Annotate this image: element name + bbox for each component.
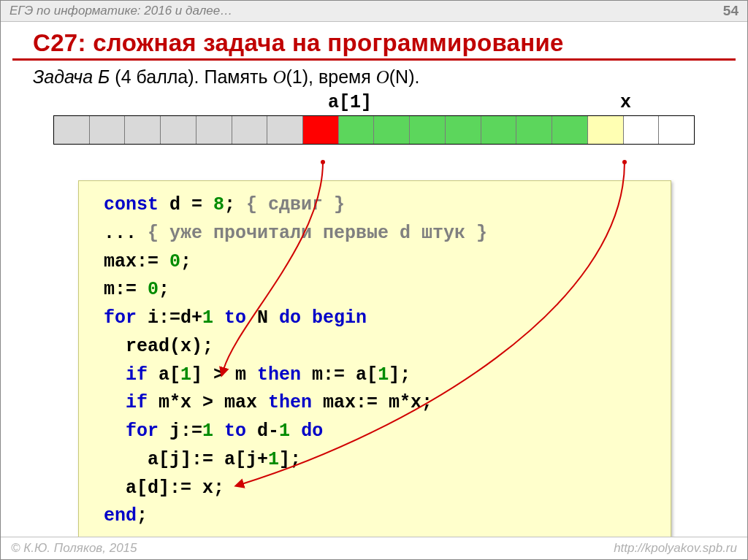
- code-text: ;: [159, 279, 169, 300]
- code-text: [213, 421, 224, 442]
- code-text: m*x > max: [148, 392, 268, 413]
- big-o-1: O: [272, 67, 286, 87]
- array-cell: [161, 116, 196, 144]
- footer-url: http://kpolyakov.spb.ru: [614, 541, 737, 556]
- kw-for: for: [104, 307, 137, 329]
- comment: { уже прочитали первые d штук }: [148, 223, 487, 244]
- code-text: ...: [104, 223, 148, 244]
- label-x: x: [620, 92, 631, 113]
- code-text: ;: [180, 251, 191, 272]
- kw-dobegin: do begin: [279, 307, 367, 329]
- array-labels: a[1] x: [1, 92, 747, 115]
- label-a1: a[1]: [328, 92, 372, 113]
- array-cell: [339, 116, 375, 144]
- num: 1: [279, 421, 290, 442]
- code-text: ];: [279, 449, 301, 470]
- kw-if: if: [126, 392, 148, 413]
- array-cell: [303, 116, 339, 144]
- code-text: a[d]:= x;: [104, 477, 224, 499]
- code-text: d-: [246, 421, 279, 442]
- array-cell: [624, 116, 660, 144]
- big-o-n-arg: (N): [389, 66, 415, 87]
- page-number: 54: [723, 3, 739, 19]
- code-text: read(x);: [104, 336, 213, 357]
- code-text: max:= m*x;: [312, 392, 432, 413]
- header-bar: ЕГЭ по информатике: 2016 и далее… 54: [1, 1, 747, 22]
- code-box: const d = 8; { сдвиг } ... { уже прочита…: [78, 180, 671, 542]
- code-text: ;: [224, 194, 246, 215]
- array-cell: [588, 116, 624, 144]
- breadcrumb: ЕГЭ по информатике: 2016 и далее…: [9, 4, 232, 18]
- kw-for: for: [126, 421, 159, 442]
- subtitle-points: (4 балла). Память: [110, 66, 272, 87]
- array-cell: [267, 116, 303, 144]
- array-cell: [90, 116, 126, 144]
- num: 1: [202, 421, 213, 442]
- subtitle: Задача Б (4 балла). Память O(1), время O…: [1, 61, 747, 92]
- kw-then: then: [268, 392, 312, 413]
- code-text: a[: [148, 364, 180, 386]
- code-text: m:= a[: [301, 364, 378, 386]
- num: 8: [213, 194, 224, 215]
- kw-to: to: [224, 307, 246, 329]
- num: 0: [148, 279, 159, 300]
- comment: { сдвиг }: [246, 194, 345, 215]
- big-o-n: O: [376, 67, 389, 87]
- code-text: [104, 421, 126, 442]
- code-text: N: [246, 307, 279, 329]
- num: 0: [169, 251, 180, 272]
- num: 1: [180, 364, 191, 386]
- array-cell: [374, 116, 410, 144]
- code-text: a[j]:= a[j+: [104, 449, 268, 470]
- kw-then: then: [257, 364, 301, 386]
- copyright: © К.Ю. Поляков, 2015: [11, 541, 137, 556]
- code-text: ] > m: [191, 364, 257, 386]
- num: 1: [378, 364, 389, 386]
- code-text: m:=: [104, 279, 148, 300]
- footer-bar: © К.Ю. Поляков, 2015 http://kpolyakov.sp…: [1, 537, 747, 559]
- num: 1: [202, 307, 213, 329]
- array-cell: [232, 116, 268, 144]
- kw-end: end: [104, 505, 137, 526]
- code-text: [213, 307, 224, 329]
- code-text: i:=d+: [137, 307, 202, 329]
- array-cell: [552, 116, 588, 144]
- code-text: j:=: [159, 421, 202, 442]
- array-cell: [410, 116, 446, 144]
- subtitle-prefix: Задача Б: [33, 66, 110, 87]
- code-text: [290, 421, 301, 442]
- array-cell: [481, 116, 517, 144]
- array-strip: [53, 115, 695, 145]
- svg-point-0: [321, 160, 325, 164]
- svg-point-1: [622, 160, 627, 164]
- array-cell: [196, 116, 232, 144]
- code-text: [104, 392, 126, 413]
- subtitle-sep: , время: [308, 66, 376, 87]
- page-title: C27: сложная задача на программирование: [1, 22, 747, 58]
- array-cell: [446, 116, 481, 144]
- array-cell: [659, 116, 694, 144]
- code-text: [104, 364, 126, 386]
- num: 1: [268, 449, 279, 470]
- code-text: max:=: [104, 251, 169, 272]
- kw-if: if: [126, 364, 148, 386]
- array-cell: [54, 116, 90, 144]
- array-cell: [125, 116, 161, 144]
- kw-to: to: [224, 421, 246, 442]
- code-text: ];: [389, 364, 411, 386]
- big-o-1-arg: (1): [286, 66, 309, 87]
- subtitle-tail: .: [415, 66, 420, 87]
- array-cell: [516, 116, 552, 144]
- code-text: ;: [137, 505, 148, 526]
- kw-do: do: [301, 421, 323, 442]
- kw-const: const: [104, 194, 159, 215]
- code-text: d =: [159, 194, 213, 215]
